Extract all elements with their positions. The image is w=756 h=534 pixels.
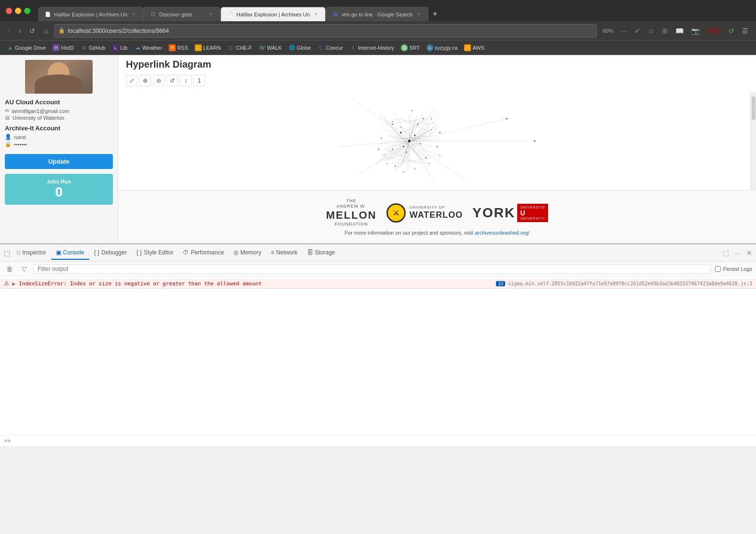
- extensions-button[interactable]: ⊞: [659, 25, 671, 37]
- diagram-toolbar: ⤢ ⊕ ⊖ ↺ ↕ 1: [126, 73, 748, 88]
- diagram-canvas: [118, 92, 756, 190]
- bookmark-aws[interactable]: A AWS: [461, 43, 487, 53]
- pocket-button[interactable]: ✓: [632, 25, 643, 37]
- bookmark-google-drive[interactable]: ▲ Google Drive: [4, 43, 49, 53]
- inspector-label: Inspector: [22, 249, 46, 256]
- bookmark-concur[interactable]: C Concur: [315, 43, 345, 53]
- forward-button[interactable]: ›: [16, 25, 24, 37]
- bookmark-github-label: GitHub: [89, 45, 105, 51]
- memory-label: Memory: [240, 249, 261, 256]
- element-picker-button[interactable]: ⬚: [2, 247, 12, 259]
- devtools-tab-console[interactable]: ▣ Console: [51, 246, 89, 260]
- devtools-tab-performance[interactable]: ⏱ Performance: [178, 246, 229, 260]
- devtools-tab-inspector[interactable]: □ Inspector: [12, 246, 51, 260]
- tab-4-close[interactable]: ×: [415, 11, 422, 18]
- svg-point-72: [403, 171, 404, 172]
- tab-2[interactable]: ⬡ Discover gists ×: [143, 7, 220, 21]
- persist-logs-checkbox[interactable]: [715, 266, 721, 272]
- scrollbar-thumb[interactable]: [752, 96, 756, 120]
- clear-console-button[interactable]: 🗑: [4, 264, 15, 274]
- style-editor-icon: { }: [137, 249, 142, 256]
- fit-button[interactable]: ↕: [180, 75, 192, 86]
- bookmarks-button[interactable]: ☆: [645, 25, 657, 37]
- maximize-window-button[interactable]: [24, 8, 30, 14]
- bookmark-histd[interactable]: H HistD: [50, 43, 77, 53]
- menu-button[interactable]: ☰: [739, 25, 751, 37]
- bookmark-srt[interactable]: S SRT: [398, 43, 423, 53]
- bookmark-internet-history[interactable]: I Internet-History: [347, 43, 397, 53]
- more-tools-button[interactable]: ···: [618, 25, 630, 37]
- bookmark-github[interactable]: ⬡ GitHub: [78, 43, 108, 53]
- svg-line-7: [409, 141, 437, 185]
- devtools-tab-style-editor[interactable]: { } Style Editor: [132, 246, 179, 260]
- network-graph-svg: [118, 92, 756, 190]
- svg-point-79: [417, 124, 418, 125]
- bookmark-walk[interactable]: W WALK: [256, 43, 285, 53]
- network-icon: ≡: [271, 249, 274, 256]
- new-tab-button[interactable]: +: [428, 7, 441, 21]
- expand-button[interactable]: ⤢: [126, 75, 137, 86]
- avatar-image: [25, 60, 93, 94]
- pdf-button[interactable]: PDF: [704, 25, 724, 37]
- svg-point-64: [414, 169, 415, 169]
- email-icon: ✉: [5, 108, 9, 114]
- label-button[interactable]: 1: [193, 75, 205, 86]
- screenshot-button[interactable]: 📷: [688, 25, 702, 37]
- tab-3[interactable]: 📄 Halifax Explosion | Archives Un ×: [220, 7, 326, 21]
- diagram-scrollbar[interactable]: [750, 92, 756, 190]
- sidebar: AU Cloud Account ✉ ianmilligan1@gmail.co…: [0, 55, 118, 243]
- zoom-out-button[interactable]: ⊖: [153, 75, 165, 86]
- tab-2-close[interactable]: ×: [207, 11, 214, 18]
- refresh-button[interactable]: ↺: [27, 25, 38, 37]
- bookmark-weather[interactable]: ☁ Weather: [131, 43, 165, 53]
- refresh2-button[interactable]: ↺: [726, 25, 737, 37]
- page-content: Hyperlink Diagram ⤢ ⊕ ⊖ ↺ ↕ 1: [118, 55, 756, 243]
- mellon-logo: THE ANDREW W. MELLON FOUNDATION: [326, 198, 377, 227]
- nav-right: 80% ··· ✓ ☆ ⊞ 📖 📷 PDF ↺ ☰: [600, 25, 751, 37]
- svg-point-87: [506, 118, 508, 119]
- performance-label: Performance: [191, 249, 224, 256]
- bookmark-chef[interactable]: C CHE-F: [225, 43, 255, 53]
- histd-icon: H: [53, 44, 59, 51]
- svg-point-61: [431, 129, 432, 130]
- minimize-window-button[interactable]: [15, 8, 21, 14]
- home-button[interactable]: ⌂: [41, 25, 51, 37]
- waterloo-shield-icon: ⚔: [386, 203, 406, 223]
- tab-1[interactable]: 📄 Halifax Explosion | Archives Un ×: [38, 7, 143, 21]
- devtools-tab-debugger[interactable]: { } Debugger: [89, 246, 132, 260]
- update-button[interactable]: Update: [5, 154, 113, 169]
- filter-toggle-button[interactable]: ▽: [19, 264, 29, 274]
- bookmark-globe[interactable]: 🌐 Globe: [286, 43, 314, 53]
- tab-1-close[interactable]: ×: [130, 11, 137, 18]
- bookmark-learn[interactable]: L LEARN: [192, 43, 224, 53]
- devtools-tab-network[interactable]: ≡ Network: [266, 246, 302, 260]
- refresh-graph-button[interactable]: ↺: [166, 75, 178, 86]
- devtools-close-button[interactable]: ✕: [744, 247, 754, 259]
- jobs-run-box: Jobs Run 0: [5, 174, 113, 205]
- tab-4[interactable]: G vim go to line · Google Search ×: [326, 7, 428, 21]
- devtools-more-button[interactable]: ···: [733, 247, 742, 259]
- error-source[interactable]: sigma.min.self-2055c1b922a47fa71e5fe89f8…: [508, 281, 752, 286]
- error-expand-icon[interactable]: ▶: [12, 281, 16, 286]
- footer-link[interactable]: archivesunleashed.org/: [475, 230, 530, 236]
- error-count-badge: 10: [496, 281, 505, 286]
- console-icon: ▣: [56, 249, 61, 256]
- reader-view-button[interactable]: 📖: [673, 25, 687, 37]
- close-window-button[interactable]: [6, 8, 12, 14]
- bookmark-lib[interactable]: L Lib: [109, 43, 130, 53]
- address-bar[interactable]: 🔒 localhost:3000/users/2/collections/986…: [54, 24, 597, 38]
- bookmark-rss[interactable]: R RSS: [166, 43, 191, 53]
- devtools-tab-memory[interactable]: ◎ Memory: [229, 246, 266, 260]
- nav-bar: ‹ › ↺ ⌂ 🔒 localhost:3000/users/2/collect…: [0, 21, 756, 41]
- devtools-tab-storage[interactable]: 🗄 Storage: [302, 246, 340, 260]
- console-input[interactable]: [14, 437, 752, 444]
- svg-line-29: [398, 111, 437, 169]
- console-filter-input[interactable]: [33, 264, 711, 274]
- tab-3-close[interactable]: ×: [313, 11, 319, 18]
- devtools-responsive-button[interactable]: ⬚: [721, 247, 731, 259]
- svg-line-19: [384, 147, 412, 155]
- zoom-in-button[interactable]: ⊕: [139, 75, 151, 86]
- back-button[interactable]: ‹: [5, 25, 13, 37]
- bookmark-syzygy[interactable]: s syzygy.ca: [424, 43, 460, 53]
- chef-icon: C: [228, 44, 234, 51]
